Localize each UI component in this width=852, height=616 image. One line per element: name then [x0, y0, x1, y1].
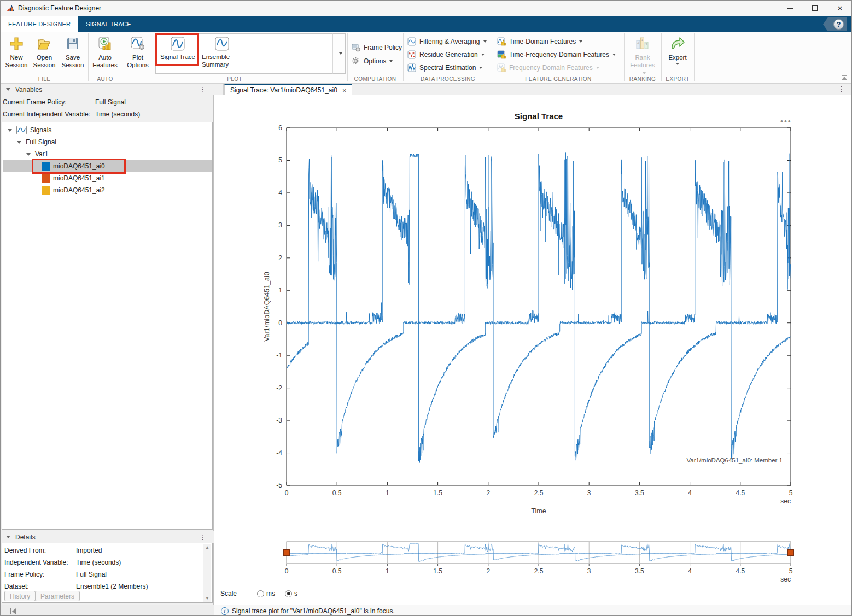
section-label-data-processing: DATA PROCESSING: [403, 76, 493, 83]
status-bar: i Signal trace plot for "Var1/mioDAQ6451…: [214, 605, 852, 616]
tab-feature-designer[interactable]: FEATURE DESIGNER: [1, 16, 78, 32]
ribbon-separator: [694, 33, 695, 81]
close-button[interactable]: ✕: [827, 1, 852, 16]
minimize-button[interactable]: [777, 1, 802, 16]
chevron-down-icon: [389, 60, 393, 62]
svg-text:1: 1: [278, 286, 282, 294]
signal-trace-document-tab[interactable]: Signal Trace: Var1/mioDAQ6451_ai0 ×: [224, 84, 352, 95]
collapse-ribbon-button[interactable]: [839, 74, 849, 81]
app-window: Diagnostic Feature Designer ✕ FEATURE DE…: [0, 0, 852, 616]
expand-arrow-icon[interactable]: [17, 141, 21, 144]
panel-menu-icon[interactable]: ⋮: [199, 533, 206, 541]
panel-menu-icon[interactable]: ⋮: [199, 85, 206, 93]
svg-text:Time: Time: [531, 507, 546, 515]
svg-text:-5: -5: [276, 482, 282, 489]
svg-text:0.5: 0.5: [332, 489, 342, 497]
svg-text:sec: sec: [780, 497, 791, 505]
save-session-icon: [66, 34, 80, 53]
svg-text:2: 2: [278, 254, 282, 262]
document-bar-kebab-icon[interactable]: ⋮: [838, 85, 845, 93]
svg-text:3.5: 3.5: [635, 489, 644, 497]
ensemble-summary-button[interactable]: Ensemble Summary: [202, 36, 242, 68]
svg-text:-3: -3: [276, 416, 282, 424]
minimize-icon: [787, 8, 793, 9]
svg-text:3.5: 3.5: [635, 567, 644, 575]
filtering-averaging-button[interactable]: Filtering & Averaging: [407, 37, 487, 46]
export-icon: [669, 34, 686, 53]
filtering-averaging-icon: [407, 37, 417, 46]
scroll-down-icon[interactable]: ▼: [205, 596, 209, 601]
tree-item-signal-ai1[interactable]: mioDAQ6451_ai1: [3, 172, 212, 184]
rank-features-button: 213 Rank Features: [627, 34, 658, 77]
chevron-down-icon: [339, 52, 342, 55]
expand-arrow-icon[interactable]: [26, 153, 31, 156]
open-session-icon: [37, 34, 52, 53]
spectral-estimation-button[interactable]: Spectral Estimation: [407, 63, 482, 72]
auto-features-button[interactable]: Auto Features: [91, 34, 119, 69]
time-frequency-domain-features-button[interactable]: Time-Frequency-Domain Features: [497, 50, 616, 59]
svg-text:0: 0: [285, 567, 289, 575]
collapse-panel-icon: [6, 536, 10, 538]
matlab-logo-icon: [5, 3, 15, 13]
panner-right-handle[interactable]: [788, 550, 794, 556]
chevron-down-icon: [483, 40, 487, 43]
svg-text:3: 3: [587, 489, 591, 497]
current-frame-policy-row: Current Frame Policy: Full Signal: [3, 96, 212, 108]
annotation-red-box-signal-trace: [155, 33, 199, 66]
svg-text:1.5: 1.5: [433, 489, 442, 497]
maximize-button[interactable]: [802, 1, 827, 16]
svg-text:Var1/mioDAQ6451_ai0: Var1/mioDAQ6451_ai0: [263, 272, 271, 342]
details-panel-header[interactable]: Details ⋮: [1, 531, 214, 543]
section-label-feature-generation: FEATURE GENERATION: [493, 76, 624, 83]
section-label-export: EXPORT: [661, 76, 694, 83]
svg-text:0: 0: [285, 489, 289, 497]
open-session-button[interactable]: Open Session: [31, 34, 57, 69]
document-bar-menu-icon[interactable]: ≡: [214, 84, 224, 95]
scroll-up-icon[interactable]: ▲: [205, 545, 209, 550]
tree-item-signal-ai2[interactable]: mioDAQ6451_ai2: [3, 184, 212, 196]
plot-options-button[interactable]: Plot Options: [125, 34, 150, 69]
history-button: History: [4, 591, 36, 601]
svg-text:sec: sec: [780, 576, 791, 583]
close-tab-icon[interactable]: ×: [342, 86, 347, 95]
help-button[interactable]: ?: [823, 17, 847, 31]
time-domain-features-button[interactable]: Time-Domain Features: [497, 37, 582, 46]
options-button[interactable]: Options: [352, 56, 393, 66]
svg-text:3: 3: [278, 221, 282, 229]
details-panel-body: Derived From:Imported Independent Variab…: [2, 543, 213, 603]
svg-text:-1: -1: [276, 351, 282, 359]
scale-s-label: s: [294, 590, 297, 597]
scale-s-radio[interactable]: [285, 590, 292, 597]
dock-panel-icon[interactable]: [9, 608, 17, 615]
info-icon: i: [221, 607, 229, 615]
frame-policy-button[interactable]: Frame Policy: [352, 43, 402, 52]
plot-gallery-dropdown[interactable]: [332, 33, 346, 74]
svg-text:2.5: 2.5: [534, 567, 544, 575]
chevron-down-icon: [612, 54, 616, 56]
panner-left-handle[interactable]: [284, 550, 290, 556]
save-session-button[interactable]: Save Session: [60, 34, 86, 69]
frequency-domain-features-icon: [497, 63, 506, 72]
svg-text:4: 4: [278, 189, 282, 197]
details-panel-title: Details: [15, 533, 36, 541]
svg-text:0.5: 0.5: [332, 567, 342, 575]
new-session-button[interactable]: New Session: [4, 34, 29, 69]
expand-arrow-icon[interactable]: [8, 129, 12, 132]
residue-generation-button[interactable]: Residue Generation: [407, 50, 485, 59]
export-button[interactable]: Export: [663, 34, 692, 65]
svg-text:0: 0: [278, 319, 282, 327]
section-label-plot: PLOT: [122, 76, 347, 83]
variables-panel-title: Variables: [15, 86, 42, 93]
scale-ms-radio[interactable]: [257, 590, 264, 597]
ribbon-separator: [122, 33, 122, 81]
tree-item-full-signal[interactable]: Full Signal: [3, 136, 212, 148]
details-scrollbar[interactable]: ▲ ▼: [203, 544, 211, 602]
variables-panel-header[interactable]: Variables ⋮: [1, 84, 214, 95]
svg-text:4.5: 4.5: [736, 489, 745, 497]
svg-text:-4: -4: [276, 449, 282, 457]
signal-trace-chart[interactable]: 00.511.522.533.544.556543210-1-2-3-4-5se…: [214, 95, 852, 605]
window-title: Diagnostic Feature Designer: [18, 4, 101, 12]
tab-signal-trace[interactable]: SIGNAL TRACE: [78, 16, 138, 32]
section-label-ranking: RANKING: [624, 76, 661, 83]
tree-item-signals[interactable]: Signals: [3, 124, 212, 136]
